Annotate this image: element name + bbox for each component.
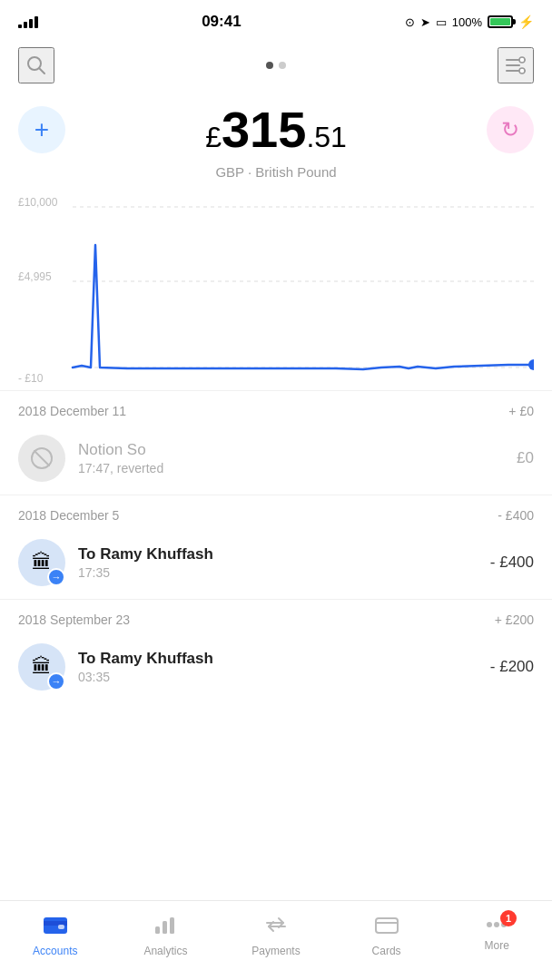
main-content: 2018 December 11 + £0 Notion So 17:47, r… xyxy=(0,390,552,785)
battery-indicator xyxy=(488,15,513,28)
nav-item-cards[interactable]: Cards xyxy=(331,910,442,957)
chart-label-bottom: - £10 xyxy=(18,372,43,385)
refresh-icon: ↻ xyxy=(501,117,519,142)
transaction-row-3[interactable]: 🏛 → To Ramy Khuffash 03:35 - £200 xyxy=(0,634,552,703)
svg-rect-14 xyxy=(170,917,174,934)
date-label-3: 2018 September 23 xyxy=(18,612,130,627)
chart-area: £10,000 £4,995 - £10 xyxy=(0,191,552,390)
signal-bar-3 xyxy=(29,19,33,28)
chart-label-top: £10,000 xyxy=(18,196,57,209)
analytics-label: Analytics xyxy=(143,945,187,957)
status-left xyxy=(18,16,38,28)
battery-fill xyxy=(490,18,510,25)
date-amount-2: - £400 xyxy=(498,508,534,523)
refresh-button[interactable]: ↻ xyxy=(487,106,534,153)
signal-bar-4 xyxy=(34,16,38,28)
wallet-icon xyxy=(43,914,68,936)
top-nav xyxy=(0,40,552,91)
battery-icon: ⊙ xyxy=(405,15,415,29)
card-icon xyxy=(374,914,399,936)
nav-item-more[interactable]: 1 More xyxy=(441,910,552,952)
tx-name-1: Notion So xyxy=(78,441,517,459)
transfer-icon xyxy=(263,914,289,936)
tx-amount-3: - £200 xyxy=(490,658,534,676)
chart-label-mid: £4,995 xyxy=(18,270,52,283)
nav-item-payments[interactable]: Payments xyxy=(221,910,331,957)
add-icon: + xyxy=(34,115,49,144)
svg-point-5 xyxy=(519,57,525,63)
more-badge: 1 xyxy=(500,910,517,926)
charging-icon: ⚡ xyxy=(518,15,534,29)
date-section-2: 2018 December 5 - £400 xyxy=(0,495,552,530)
svg-point-20 xyxy=(494,922,499,927)
currency-name: British Pound xyxy=(255,164,336,180)
page-dot-2[interactable] xyxy=(279,62,286,69)
payments-icon xyxy=(263,914,289,941)
date-section-1: 2018 December 11 + £0 xyxy=(0,390,552,426)
nav-item-accounts[interactable]: Accounts xyxy=(0,910,111,957)
transaction-row-2[interactable]: 🏛 → To Ramy Khuffash 17:35 - £400 xyxy=(0,530,552,599)
balance-main: 315 xyxy=(222,101,306,158)
page-dot-1[interactable] xyxy=(266,62,273,69)
tx-amount-1: £0 xyxy=(517,449,534,467)
cards-label: Cards xyxy=(372,945,401,957)
signal-bar-2 xyxy=(24,22,27,28)
reverted-icon xyxy=(30,446,54,470)
tx-sub-1: 17:47, reverted xyxy=(78,461,517,475)
cards-icon xyxy=(374,914,399,941)
tx-details-2: To Ramy Khuffash 17:35 xyxy=(78,545,490,580)
search-button[interactable] xyxy=(18,47,54,83)
chart-line xyxy=(73,245,534,369)
date-label-2: 2018 December 5 xyxy=(18,508,119,523)
screen-icon: ▭ xyxy=(436,15,447,29)
svg-rect-17 xyxy=(376,918,398,933)
tx-icon-bank-1: 🏛 → xyxy=(18,539,65,586)
date-label-1: 2018 December 11 xyxy=(18,404,126,418)
bottom-nav: Accounts Analytics Payments xyxy=(0,900,552,980)
status-right: ⊙ ➤ ▭ 100% ⚡ xyxy=(405,15,534,29)
date-section-3: 2018 September 23 + £200 xyxy=(0,599,552,634)
tx-name-3: To Ramy Khuffash xyxy=(78,650,490,668)
svg-point-19 xyxy=(487,922,492,927)
tx-icon-reverted xyxy=(18,435,65,482)
status-bar: 09:41 ⊙ ➤ ▭ 100% ⚡ xyxy=(0,0,552,40)
accounts-icon xyxy=(43,914,68,941)
tx-arrow-badge-1: → xyxy=(47,568,65,586)
accounts-label: Accounts xyxy=(33,945,77,957)
balance-section: + £315.51 ↻ xyxy=(0,91,552,159)
signal-bars xyxy=(18,16,38,28)
svg-line-8 xyxy=(34,451,49,466)
filter-button[interactable] xyxy=(498,47,534,83)
search-icon xyxy=(26,55,46,75)
currency-code: GBP xyxy=(215,164,243,180)
tx-sub-2: 17:35 xyxy=(78,565,490,580)
svg-rect-10 xyxy=(44,921,67,926)
signal-bar-1 xyxy=(18,24,22,28)
tx-name-2: To Ramy Khuffash xyxy=(78,545,490,564)
currency-symbol: £ xyxy=(205,121,222,153)
svg-rect-11 xyxy=(58,925,64,929)
transaction-row-1[interactable]: Notion So 17:47, reverted £0 xyxy=(0,426,552,495)
date-amount-1: + £0 xyxy=(508,404,534,418)
balance-decimal: .51 xyxy=(306,121,346,153)
more-label: More xyxy=(485,939,509,952)
nav-item-analytics[interactable]: Analytics xyxy=(111,910,222,957)
currency-label: GBP · British Pound xyxy=(0,159,552,191)
bar-chart-icon xyxy=(153,914,177,936)
tx-arrow-badge-2: → xyxy=(47,672,65,691)
svg-point-6 xyxy=(519,68,525,74)
payments-label: Payments xyxy=(251,945,300,957)
tx-details-3: To Ramy Khuffash 03:35 xyxy=(78,650,490,684)
page-dots xyxy=(266,62,286,69)
tx-details-1: Notion So 17:47, reverted xyxy=(78,441,517,475)
status-time: 09:41 xyxy=(202,13,241,31)
tx-sub-3: 03:35 xyxy=(78,670,490,684)
add-button[interactable]: + xyxy=(18,106,65,153)
location-icon: ➤ xyxy=(420,15,430,29)
filter-icon xyxy=(505,56,527,74)
analytics-icon xyxy=(153,914,177,941)
svg-rect-13 xyxy=(163,921,167,934)
balance-display: £315.51 xyxy=(205,100,347,159)
svg-rect-12 xyxy=(155,926,160,934)
chart-svg xyxy=(18,191,534,390)
